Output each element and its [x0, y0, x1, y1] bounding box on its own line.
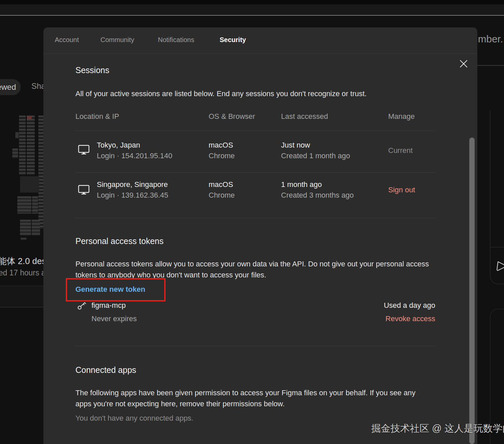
thumbnail-block — [32, 196, 38, 214]
desktop-icon — [78, 185, 89, 196]
session-os: macOS — [209, 141, 233, 150]
background-row — [0, 286, 43, 307]
column-location: Location & IP — [75, 112, 119, 121]
session-last-accessed: 1 month ago — [281, 180, 322, 189]
connected-apps-title: Connected apps — [75, 365, 136, 375]
thumbnail-block — [15, 132, 19, 138]
session-os: macOS — [209, 180, 233, 189]
session-current-badge: Current — [388, 146, 413, 155]
sessions-description: All of your active sessions are listed b… — [75, 88, 435, 99]
thumbnail-block — [27, 116, 32, 120]
background-divider — [490, 247, 504, 247]
thumbnail-block — [19, 116, 26, 175]
thumbnail-block — [12, 149, 18, 158]
token-expiry: Never expires — [91, 314, 137, 323]
key-icon — [77, 300, 87, 312]
scrollbar-thumb[interactable] — [469, 138, 475, 444]
column-os-browser: OS & Browser — [209, 112, 255, 121]
thumbnail-block — [21, 238, 26, 240]
background-divider — [0, 307, 43, 307]
session-last-accessed: Just now — [281, 141, 310, 150]
session-login-ip: Login · 139.162.36.45 — [97, 191, 168, 200]
connected-apps-description: The following apps have been given permi… — [75, 387, 430, 409]
section-divider — [75, 346, 435, 346]
sign-out-link[interactable]: Sign out — [388, 186, 415, 194]
sessions-title: Sessions — [75, 65, 109, 75]
tab-notifications[interactable]: Notifications — [158, 36, 194, 44]
generate-token-link[interactable]: Generate new token — [75, 285, 145, 294]
tab-community[interactable]: Community — [100, 36, 134, 44]
connected-apps-empty: You don't have any connected apps. — [75, 414, 193, 423]
settings-dialog: Account Community Notifications Security… — [43, 27, 477, 444]
table-divider — [75, 218, 435, 218]
thumbnail-block — [20, 220, 31, 235]
background-toolbar-divider — [0, 15, 504, 16]
desktop-icon — [78, 145, 89, 156]
session-browser: Chrome — [209, 191, 235, 200]
play-icon — [497, 259, 504, 274]
screen: ewed Sha 能体 2.0 des ed 17 hours a mber. … — [0, 0, 504, 444]
tokens-title: Personal access tokens — [75, 236, 164, 246]
session-location: Tokyo, Japan — [97, 141, 140, 150]
thumbnail-block — [27, 116, 35, 175]
close-button[interactable] — [459, 59, 469, 69]
column-manage: Manage — [388, 112, 415, 121]
watermark: 掘金技术社区 @ 这人是玩数学的 — [371, 422, 504, 435]
revoke-access-link[interactable]: Revoke access — [335, 314, 435, 323]
thumbnail-block — [20, 176, 39, 193]
file-card-subtitle: ed 17 hours a — [0, 268, 46, 277]
background-toolbar — [0, 4, 504, 15]
settings-tabbar: Account Community Notifications Security — [43, 27, 477, 54]
token-last-used: Used a day ago — [335, 301, 435, 310]
thumbnail-block — [38, 116, 43, 229]
session-created: Created 1 month ago — [281, 152, 350, 160]
column-last-accessed: Last accessed — [281, 112, 328, 121]
tab-security[interactable]: Security — [220, 36, 246, 44]
close-icon — [459, 64, 469, 70]
token-name: figma-mcp — [91, 301, 126, 310]
session-login-ip: Login · 154.201.95.140 — [97, 152, 172, 160]
filter-chip-label: ewed — [0, 82, 16, 91]
session-browser: Chrome — [209, 152, 235, 160]
table-divider — [75, 131, 435, 131]
tokens-description: Personal access tokens allow you to acce… — [75, 258, 430, 280]
background-titlebar — [0, 0, 504, 4]
session-location: Singapore, Singapore — [97, 180, 168, 189]
thumbnail-block — [17, 196, 31, 214]
filter-chip-recently-viewed[interactable]: ewed — [0, 79, 21, 95]
thumbnail-block — [32, 220, 40, 235]
tab-account[interactable]: Account — [55, 36, 79, 44]
background-heading-cut: mber. — [478, 33, 503, 45]
background-divider — [477, 65, 504, 66]
session-created: Created 3 months ago — [281, 191, 354, 200]
file-card-title: 能体 2.0 des — [0, 255, 46, 267]
background-card-outline — [490, 110, 504, 284]
file-thumbnail — [9, 108, 43, 246]
table-divider — [75, 172, 435, 173]
